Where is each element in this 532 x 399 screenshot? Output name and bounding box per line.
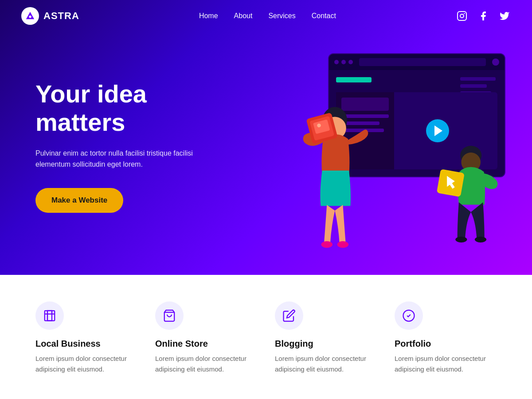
service-local-business: Local Business Lorem ipsum dolor consect… bbox=[35, 301, 137, 375]
svg-point-3 bbox=[460, 14, 464, 18]
svg-point-16 bbox=[455, 237, 467, 243]
service-icon-online-store bbox=[155, 301, 184, 330]
svg-rect-19 bbox=[47, 311, 52, 321]
services-section: Local Business Lorem ipsum dolor consect… bbox=[0, 275, 532, 399]
service-title-portfolio: Portfolio bbox=[395, 339, 497, 349]
social-icons bbox=[456, 10, 511, 22]
hero-illustration bbox=[266, 35, 514, 248]
browser-url-bar bbox=[359, 58, 486, 66]
service-icon-local-business bbox=[35, 301, 64, 330]
browser-line-1 bbox=[460, 77, 496, 81]
svg-point-12 bbox=[337, 241, 349, 248]
character-woman bbox=[293, 98, 372, 248]
svg-point-11 bbox=[321, 241, 333, 248]
service-desc-online-store: Lorem ipsum dolor consectetur adipiscing… bbox=[155, 353, 257, 375]
service-title-online-store: Online Store bbox=[155, 339, 257, 349]
main-nav: Home About Services Contact bbox=[199, 12, 336, 20]
hero-subtitle: Pulvinar enim ac tortor nulla facilisi t… bbox=[35, 148, 208, 170]
play-button-area bbox=[426, 119, 449, 142]
browser-highlight-bar bbox=[336, 77, 372, 82]
service-icon-blogging bbox=[275, 301, 303, 330]
browser-dot-2 bbox=[341, 60, 346, 64]
twitter-icon[interactable] bbox=[498, 10, 511, 22]
service-desc-portfolio: Lorem ipsum dolor consectetur adipiscing… bbox=[395, 353, 497, 375]
service-online-store: Online Store Lorem ipsum dolor consectet… bbox=[155, 301, 257, 375]
svg-point-1 bbox=[29, 16, 31, 18]
browser-line-2 bbox=[460, 84, 487, 88]
service-portfolio: Portfolio Lorem ipsum dolor consectetur … bbox=[395, 301, 497, 375]
hero-content: Your idea matters Pulvinar enim ac torto… bbox=[0, 27, 244, 248]
logo[interactable]: ASTRA bbox=[21, 7, 79, 25]
service-desc-blogging: Lorem ipsum dolor consectetur adipiscing… bbox=[275, 353, 377, 375]
brand-name: ASTRA bbox=[43, 10, 79, 22]
instagram-icon[interactable] bbox=[456, 10, 468, 22]
service-icon-portfolio bbox=[395, 301, 423, 330]
services-grid: Local Business Lorem ipsum dolor consect… bbox=[35, 301, 497, 375]
nav-home[interactable]: Home bbox=[199, 12, 218, 20]
browser-dot-1 bbox=[334, 60, 339, 64]
play-button bbox=[426, 119, 449, 142]
nav-contact[interactable]: Contact bbox=[312, 12, 336, 20]
logo-icon bbox=[21, 7, 39, 25]
service-title-blogging: Blogging bbox=[275, 339, 377, 349]
service-title-local-business: Local Business bbox=[35, 339, 137, 349]
svg-point-17 bbox=[475, 237, 486, 243]
facebook-icon[interactable] bbox=[477, 10, 489, 22]
hero-title: Your idea matters bbox=[35, 80, 208, 137]
browser-bar bbox=[329, 54, 505, 70]
browser-dot-3 bbox=[348, 60, 353, 64]
cta-button[interactable]: Make a Website bbox=[35, 188, 123, 213]
service-desc-local-business: Lorem ipsum dolor consectetur adipiscing… bbox=[35, 353, 137, 375]
nav-about[interactable]: About bbox=[234, 12, 253, 20]
header: ASTRA Home About Services Contact bbox=[0, 0, 532, 32]
svg-rect-2 bbox=[458, 12, 466, 20]
hero-section: Your idea matters Pulvinar enim ac torto… bbox=[0, 0, 532, 275]
svg-point-4 bbox=[464, 13, 465, 14]
character-man bbox=[434, 142, 505, 248]
browser-settings-dot bbox=[492, 59, 499, 66]
nav-services[interactable]: Services bbox=[268, 12, 295, 20]
play-triangle bbox=[434, 125, 442, 136]
svg-rect-18 bbox=[45, 311, 55, 321]
service-blogging: Blogging Lorem ipsum dolor consectetur a… bbox=[275, 301, 377, 375]
